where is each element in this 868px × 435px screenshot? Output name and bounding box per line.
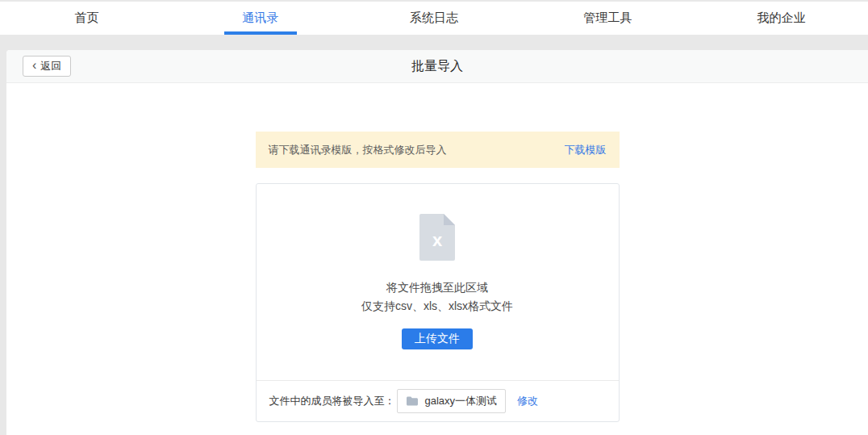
nav-tab-my-enterprise[interactable]: 我的企业 — [695, 2, 868, 35]
nav-tab-contacts[interactable]: 通讯录 — [173, 2, 347, 35]
main-area: ‹ 返回 批量导入 请下载通讯录模版，按格式修改后导入 下载模版 x 将文件拖拽… — [0, 35, 868, 435]
format-hint-text: 仅支持csv、xls、xlsx格式文件 — [257, 297, 619, 316]
destination-folder-name: galaxy一体测试 — [425, 394, 498, 408]
download-template-link[interactable]: 下载模版 — [565, 143, 607, 157]
nav-tab-system-logs[interactable]: 系统日志 — [347, 2, 520, 35]
chevron-left-icon: ‹ — [32, 59, 36, 72]
excel-file-icon-letter: x — [419, 231, 455, 250]
back-button-label: 返回 — [40, 59, 61, 73]
upload-file-button[interactable]: 上传文件 — [402, 328, 473, 349]
file-drop-zone[interactable]: x 将文件拖拽至此区域 仅支持csv、xls、xlsx格式文件 上传文件 — [257, 184, 619, 380]
nav-tab-home[interactable]: 首页 — [0, 2, 173, 35]
folder-icon — [406, 395, 419, 407]
page-title: 批量导入 — [6, 58, 868, 75]
destination-label: 文件中的成员将被导入至： — [269, 394, 395, 408]
back-button[interactable]: ‹ 返回 — [23, 56, 71, 77]
drag-hint-text: 将文件拖拽至此区域 — [257, 278, 619, 297]
content-window: ‹ 返回 批量导入 请下载通讯录模版，按格式修改后导入 下载模版 x 将文件拖拽… — [6, 50, 868, 435]
top-nav: 首页 通讯录 系统日志 管理工具 我的企业 — [0, 0, 868, 35]
destination-box: galaxy一体测试 — [397, 389, 507, 413]
notice-text: 请下载通讯录模版，按格式修改后导入 — [269, 143, 447, 157]
excel-file-icon: x — [419, 214, 455, 261]
import-destination-row: 文件中的成员将被导入至： galaxy一体测试 修改 — [257, 380, 619, 421]
upload-card: x 将文件拖拽至此区域 仅支持csv、xls、xlsx格式文件 上传文件 文件中… — [256, 183, 620, 422]
modify-destination-link[interactable]: 修改 — [517, 394, 538, 408]
page-header: ‹ 返回 批量导入 — [6, 50, 868, 83]
notice-banner: 请下载通讯录模版，按格式修改后导入 下载模版 — [256, 132, 620, 168]
nav-tab-admin-tools[interactable]: 管理工具 — [521, 2, 695, 35]
